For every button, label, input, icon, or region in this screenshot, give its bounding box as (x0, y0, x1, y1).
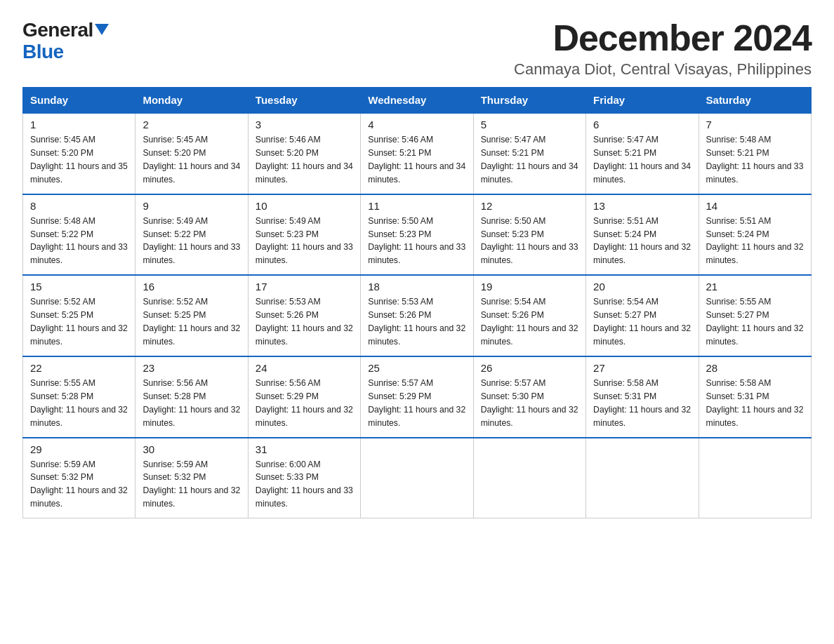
title-block: December 2024 Canmaya Diot, Central Visa… (514, 17, 812, 79)
day-number: 13 (593, 200, 691, 212)
calendar-cell: 14 Sunrise: 5:51 AMSunset: 5:24 PMDaylig… (699, 194, 811, 276)
day-number: 17 (256, 281, 353, 293)
calendar-cell (699, 438, 811, 518)
calendar-cell: 9 Sunrise: 5:49 AMSunset: 5:22 PMDayligh… (135, 194, 248, 276)
day-number: 2 (143, 119, 240, 130)
week-row-4: 22 Sunrise: 5:55 AMSunset: 5:28 PMDaylig… (23, 356, 812, 438)
calendar-cell: 25 Sunrise: 5:57 AMSunset: 5:29 PMDaylig… (361, 356, 473, 438)
calendar-cell: 8 Sunrise: 5:48 AMSunset: 5:22 PMDayligh… (23, 194, 135, 276)
day-info: Sunrise: 5:46 AMSunset: 5:21 PMDaylight:… (368, 133, 465, 187)
calendar-cell: 30 Sunrise: 5:59 AMSunset: 5:32 PMDaylig… (135, 438, 248, 518)
day-info: Sunrise: 5:47 AMSunset: 5:21 PMDaylight:… (481, 133, 578, 187)
day-number: 1 (30, 119, 128, 130)
day-number: 3 (256, 119, 353, 130)
calendar-cell: 23 Sunrise: 5:56 AMSunset: 5:28 PMDaylig… (135, 356, 248, 438)
page-header: General Blue December 2024 Canmaya Diot,… (22, 17, 812, 79)
col-header-tuesday: Tuesday (248, 88, 360, 114)
day-info: Sunrise: 5:55 AMSunset: 5:27 PMDaylight:… (706, 295, 804, 349)
calendar-cell: 31 Sunrise: 6:00 AMSunset: 5:33 PMDaylig… (248, 438, 360, 518)
day-info: Sunrise: 6:00 AMSunset: 5:33 PMDaylight:… (256, 458, 353, 511)
day-info: Sunrise: 5:47 AMSunset: 5:21 PMDaylight:… (593, 133, 691, 187)
day-info: Sunrise: 5:57 AMSunset: 5:30 PMDaylight:… (481, 377, 578, 430)
day-info: Sunrise: 5:53 AMSunset: 5:26 PMDaylight:… (256, 295, 353, 349)
day-number: 11 (368, 200, 465, 212)
calendar-cell: 16 Sunrise: 5:52 AMSunset: 5:25 PMDaylig… (135, 275, 248, 356)
page-subtitle: Canmaya Diot, Central Visayas, Philippin… (514, 60, 812, 79)
calendar-cell: 4 Sunrise: 5:46 AMSunset: 5:21 PMDayligh… (361, 113, 473, 194)
day-info: Sunrise: 5:52 AMSunset: 5:25 PMDaylight:… (143, 295, 240, 349)
day-info: Sunrise: 5:50 AMSunset: 5:23 PMDaylight:… (481, 215, 578, 268)
calendar-cell (361, 438, 473, 518)
calendar-cell (586, 438, 699, 518)
calendar-cell: 15 Sunrise: 5:52 AMSunset: 5:25 PMDaylig… (23, 275, 135, 356)
logo-general-text: General (22, 20, 93, 41)
day-number: 24 (256, 362, 353, 374)
day-info: Sunrise: 5:53 AMSunset: 5:26 PMDaylight:… (368, 295, 465, 349)
week-row-5: 29 Sunrise: 5:59 AMSunset: 5:32 PMDaylig… (23, 438, 812, 518)
logo: General Blue (22, 20, 109, 63)
day-number: 27 (593, 362, 691, 374)
page-title: December 2024 (514, 17, 812, 59)
week-row-3: 15 Sunrise: 5:52 AMSunset: 5:25 PMDaylig… (23, 275, 812, 356)
calendar-cell: 2 Sunrise: 5:45 AMSunset: 5:20 PMDayligh… (135, 113, 248, 194)
day-number: 12 (481, 200, 578, 212)
calendar-cell: 10 Sunrise: 5:49 AMSunset: 5:23 PMDaylig… (248, 194, 360, 276)
calendar-cell: 11 Sunrise: 5:50 AMSunset: 5:23 PMDaylig… (361, 194, 473, 276)
day-info: Sunrise: 5:48 AMSunset: 5:21 PMDaylight:… (706, 133, 804, 187)
col-header-saturday: Saturday (699, 88, 811, 114)
day-number: 15 (30, 281, 128, 293)
day-info: Sunrise: 5:54 AMSunset: 5:26 PMDaylight:… (481, 295, 578, 349)
day-info: Sunrise: 5:59 AMSunset: 5:32 PMDaylight:… (143, 458, 240, 511)
calendar-cell: 22 Sunrise: 5:55 AMSunset: 5:28 PMDaylig… (23, 356, 135, 438)
day-number: 10 (256, 200, 353, 212)
day-number: 25 (368, 362, 465, 374)
day-info: Sunrise: 5:45 AMSunset: 5:20 PMDaylight:… (30, 133, 128, 187)
day-number: 9 (143, 200, 240, 212)
day-number: 18 (368, 281, 465, 293)
calendar-cell: 20 Sunrise: 5:54 AMSunset: 5:27 PMDaylig… (586, 275, 699, 356)
day-number: 31 (256, 443, 353, 455)
day-number: 6 (593, 119, 691, 130)
week-row-2: 8 Sunrise: 5:48 AMSunset: 5:22 PMDayligh… (23, 194, 812, 276)
day-info: Sunrise: 5:57 AMSunset: 5:29 PMDaylight:… (368, 377, 465, 430)
calendar-cell: 12 Sunrise: 5:50 AMSunset: 5:23 PMDaylig… (473, 194, 585, 276)
col-header-sunday: Sunday (23, 88, 135, 114)
day-info: Sunrise: 5:48 AMSunset: 5:22 PMDaylight:… (30, 215, 128, 268)
day-number: 30 (143, 443, 240, 455)
day-info: Sunrise: 5:52 AMSunset: 5:25 PMDaylight:… (30, 295, 128, 349)
day-info: Sunrise: 5:59 AMSunset: 5:32 PMDaylight:… (30, 458, 128, 511)
day-info: Sunrise: 5:58 AMSunset: 5:31 PMDaylight:… (706, 377, 804, 430)
day-number: 14 (706, 200, 804, 212)
col-header-monday: Monday (135, 88, 248, 114)
col-header-thursday: Thursday (473, 88, 585, 114)
day-number: 23 (143, 362, 240, 374)
col-header-friday: Friday (586, 88, 699, 114)
calendar-header-row: SundayMondayTuesdayWednesdayThursdayFrid… (23, 88, 812, 114)
col-header-wednesday: Wednesday (361, 88, 473, 114)
day-number: 29 (30, 443, 128, 455)
calendar-cell: 17 Sunrise: 5:53 AMSunset: 5:26 PMDaylig… (248, 275, 360, 356)
calendar-cell: 26 Sunrise: 5:57 AMSunset: 5:30 PMDaylig… (473, 356, 585, 438)
day-number: 5 (481, 119, 578, 130)
calendar-cell: 13 Sunrise: 5:51 AMSunset: 5:24 PMDaylig… (586, 194, 699, 276)
day-number: 4 (368, 119, 465, 130)
day-info: Sunrise: 5:51 AMSunset: 5:24 PMDaylight:… (593, 215, 691, 268)
calendar-cell: 29 Sunrise: 5:59 AMSunset: 5:32 PMDaylig… (23, 438, 135, 518)
day-number: 26 (481, 362, 578, 374)
day-info: Sunrise: 5:55 AMSunset: 5:28 PMDaylight:… (30, 377, 128, 430)
day-info: Sunrise: 5:56 AMSunset: 5:29 PMDaylight:… (256, 377, 353, 430)
day-info: Sunrise: 5:45 AMSunset: 5:20 PMDaylight:… (143, 133, 240, 187)
calendar-cell: 7 Sunrise: 5:48 AMSunset: 5:21 PMDayligh… (699, 113, 811, 194)
day-info: Sunrise: 5:58 AMSunset: 5:31 PMDaylight:… (593, 377, 691, 430)
calendar-cell: 1 Sunrise: 5:45 AMSunset: 5:20 PMDayligh… (23, 113, 135, 194)
day-info: Sunrise: 5:50 AMSunset: 5:23 PMDaylight:… (368, 215, 465, 268)
day-info: Sunrise: 5:49 AMSunset: 5:23 PMDaylight:… (256, 215, 353, 268)
day-number: 21 (706, 281, 804, 293)
day-number: 20 (593, 281, 691, 293)
calendar-cell: 3 Sunrise: 5:46 AMSunset: 5:20 PMDayligh… (248, 113, 360, 194)
day-number: 22 (30, 362, 128, 374)
calendar-table: SundayMondayTuesdayWednesdayThursdayFrid… (22, 87, 812, 518)
day-number: 8 (30, 200, 128, 212)
day-number: 28 (706, 362, 804, 374)
day-info: Sunrise: 5:54 AMSunset: 5:27 PMDaylight:… (593, 295, 691, 349)
